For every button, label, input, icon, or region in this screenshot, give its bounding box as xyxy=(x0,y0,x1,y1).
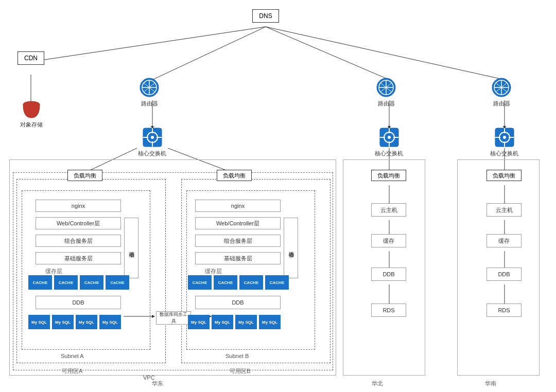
object-storage-node: 对象存储 xyxy=(16,100,46,129)
router2-label: 路由器 xyxy=(378,100,395,108)
rds-north-box: RDS xyxy=(371,304,406,317)
gov2-node: 治理中心 xyxy=(283,217,299,279)
gov1-box: 治理中心 xyxy=(124,218,138,278)
nginx1-node: nginx xyxy=(35,200,121,212)
cdn-node: CDN xyxy=(16,51,45,65)
subnet-b-label: Subnet B xyxy=(225,353,249,359)
switch3-icon xyxy=(493,126,516,149)
svg-point-54 xyxy=(388,136,391,139)
bucket-icon xyxy=(21,100,42,120)
cache-a1: CACHE xyxy=(28,275,52,290)
mysql-a3: My SQL xyxy=(76,315,97,329)
mysql-b2: My SQL xyxy=(212,315,233,329)
ddb-north-node: DDB xyxy=(371,268,407,281)
base1-node: 基础服务层 xyxy=(35,252,121,264)
mysql-row-a: My SQL My SQL My SQL My SQL xyxy=(28,315,121,329)
cache-a3: CACHE xyxy=(80,275,103,290)
base2-node: 基础服务层 xyxy=(195,252,281,264)
cache-a2: CACHE xyxy=(54,275,78,290)
vm-north-node: 云主机 xyxy=(371,203,407,217)
combo2-node: 组合服务层 xyxy=(195,235,281,247)
cache-b2: CACHE xyxy=(214,275,237,290)
vpc-label: VPC xyxy=(143,375,155,381)
router3-node: 路由器 xyxy=(490,76,513,108)
lb4-node: 负载均衡 xyxy=(486,170,522,181)
svg-point-61 xyxy=(503,136,506,139)
vm-north-box: 云主机 xyxy=(371,203,406,217)
rds-south-node: RDS xyxy=(486,304,522,317)
svg-line-1 xyxy=(266,27,389,80)
lb3-node: 负载均衡 xyxy=(371,170,407,181)
cache-b3: CACHE xyxy=(239,275,263,290)
mysql-a2: My SQL xyxy=(52,315,74,329)
cdn-box: CDN xyxy=(18,51,44,65)
web1-box: Web/Controller层 xyxy=(36,217,121,229)
dns-node: DNS xyxy=(251,9,280,23)
web2-box: Web/Controller层 xyxy=(195,217,281,229)
nginx2-box: nginx xyxy=(195,200,281,212)
mysql-b4: My SQL xyxy=(259,315,281,329)
web2-node: Web/Controller层 xyxy=(195,217,281,229)
lb1-node: 负载均衡 xyxy=(67,170,103,181)
cache-row-a: CACHE CACHE CACHE CaCHE xyxy=(28,275,129,290)
svg-line-0 xyxy=(152,27,266,80)
cache-b4: CACHE xyxy=(265,275,289,290)
cache-south-box: 缓存 xyxy=(486,234,522,247)
ddb2-node: DDB xyxy=(195,296,281,309)
ddb1-box: DDB xyxy=(36,296,121,309)
svg-line-2 xyxy=(266,27,505,80)
vm-south-node: 云主机 xyxy=(486,203,522,217)
base2-box: 基础服务层 xyxy=(195,252,281,264)
switch1-node: 核心交换机 xyxy=(138,126,166,157)
db-sync-node: 数据库同步工具 xyxy=(155,311,192,325)
combo1-node: 组合服务层 xyxy=(35,235,121,247)
switch1-icon xyxy=(141,126,164,149)
router3-icon xyxy=(490,76,513,99)
vm-south-box: 云主机 xyxy=(486,203,522,217)
mysql-b1: My SQL xyxy=(188,315,210,329)
ddb-north-box: DDB xyxy=(371,268,406,281)
cache-a4: CaCHE xyxy=(106,275,129,290)
zone-b-label: 可用区B xyxy=(230,367,250,375)
region-north-label: 华北 xyxy=(372,380,383,387)
zone-a-label: 可用区A xyxy=(62,367,82,375)
dns-box: DNS xyxy=(252,9,279,23)
web1-node: Web/Controller层 xyxy=(35,217,121,229)
lb2-node: 负载均衡 xyxy=(216,170,252,181)
router3-label: 路由器 xyxy=(493,100,510,108)
cache-b1: CACHE xyxy=(188,275,212,290)
ddb1-node: DDB xyxy=(35,296,121,309)
rds-north-node: RDS xyxy=(371,304,407,317)
cache-label2: 缓存层 xyxy=(205,268,222,275)
cache-north-node: 缓存 xyxy=(371,234,407,247)
mysql-b3: My SQL xyxy=(235,315,257,329)
db-sync-box: 数据库同步工具 xyxy=(156,311,191,325)
router2-node: 路由器 xyxy=(375,76,397,108)
switch3-label: 核心交换机 xyxy=(490,150,518,157)
svg-point-47 xyxy=(151,136,154,139)
lb3-box: 负载均衡 xyxy=(371,170,406,181)
svg-line-3 xyxy=(31,27,266,62)
mysql-row-b: My SQL My SQL My SQL My SQL xyxy=(188,315,281,329)
lb1-box: 负载均衡 xyxy=(67,170,102,181)
combo1-box: 组合服务层 xyxy=(36,235,121,247)
mysql-a1: My SQL xyxy=(28,315,50,329)
ddb2-box: DDB xyxy=(195,296,281,309)
combo2-box: 组合服务层 xyxy=(195,235,281,247)
switch2-icon xyxy=(378,126,401,149)
switch2-label: 核心交换机 xyxy=(375,150,403,157)
cache-south-node: 缓存 xyxy=(486,234,522,247)
cache-row-b: CACHE CACHE CACHE CACHE xyxy=(188,275,289,290)
nginx2-node: nginx xyxy=(195,200,281,212)
ddb-south-node: DDB xyxy=(486,268,522,281)
gov1-node: 治理中心 xyxy=(124,217,139,279)
subnet-a-label: Subnet A xyxy=(61,353,84,359)
region-east-label: 华东 xyxy=(152,380,163,387)
object-storage-label: 对象存储 xyxy=(20,121,43,129)
base1-box: 基础服务层 xyxy=(36,252,121,264)
cache-north-box: 缓存 xyxy=(371,234,406,247)
lb4-box: 负载均衡 xyxy=(486,170,522,181)
router1-label: 路由器 xyxy=(141,100,158,108)
router1-node: 路由器 xyxy=(138,76,161,108)
rds-south-box: RDS xyxy=(486,304,522,317)
